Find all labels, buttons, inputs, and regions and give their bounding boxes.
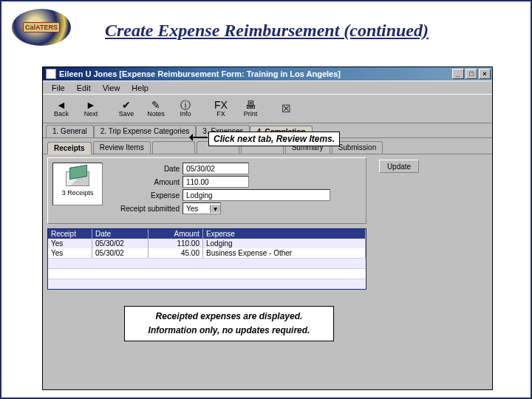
subtab-3[interactable]	[152, 141, 195, 154]
toolbar: ◄Back ►Next ✔Save ✎Notes ⓘInfo FXFX 🖶Pri…	[43, 94, 492, 123]
info-callout-line2: Information only, no updates required.	[131, 324, 327, 338]
page-title: Create Expense Reimbursement (continued)	[105, 21, 429, 41]
grid-row-empty	[48, 268, 366, 279]
envelope-icon	[66, 171, 89, 186]
menu-help[interactable]: Help	[127, 83, 153, 93]
subtab-receipts[interactable]: Receipts	[47, 142, 92, 154]
date-input[interactable]: 05/30/02	[183, 163, 249, 174]
menu-view[interactable]: View	[98, 83, 125, 93]
back-button[interactable]: ◄Back	[47, 96, 75, 121]
receipt-submitted-select[interactable]: Yes ▾	[183, 202, 221, 214]
save-icon: ✔	[122, 100, 131, 110]
print-icon: 🖶	[245, 100, 256, 110]
menu-edit[interactable]: Edit	[72, 83, 95, 93]
document-icon	[46, 69, 56, 79]
info-callout-line1: Receipted expenses are displayed.	[131, 310, 327, 324]
logo-text: CalATERS	[23, 22, 60, 33]
back-icon: ◄	[56, 100, 66, 110]
date-label: Date	[109, 165, 180, 173]
grid-row[interactable]: Yes 05/30/02 45.00 Business Expense - Ot…	[48, 248, 366, 258]
receipts-grid: Receipt Date Amount Expense Yes 05/30/02…	[47, 228, 366, 290]
calaters-logo: CalATERS	[12, 9, 71, 46]
minimize-button[interactable]: _	[452, 69, 464, 79]
close-button[interactable]: ×	[479, 69, 491, 79]
expense-label: Expense	[109, 191, 180, 200]
tab-trip-expense-categories[interactable]: 2. Trip Expense Categories	[94, 125, 197, 137]
receipt-form-panel: 3 Receipts Date 05/30/02 Amount 110.00 E…	[47, 157, 366, 224]
menubar: File Edit View Help	[43, 81, 492, 94]
info-icon: ⓘ	[180, 100, 191, 110]
save-button[interactable]: ✔Save	[112, 96, 140, 121]
app-window: Eileen U Jones [Expense Reimbursement Fo…	[42, 66, 493, 390]
grid-header: Receipt Date Amount Expense	[48, 229, 366, 239]
menu-file[interactable]: File	[47, 83, 69, 93]
grid-body: Yes 05/30/02 110.00 Lodging Yes 05/30/02…	[48, 239, 366, 289]
grid-row[interactable]: Yes 05/30/02 110.00 Lodging	[48, 239, 366, 248]
grid-row-empty	[48, 279, 366, 289]
next-button[interactable]: ►Next	[77, 96, 105, 121]
receipt-submitted-value: Yes	[186, 205, 198, 213]
notes-button[interactable]: ✎Notes	[142, 96, 170, 121]
window-controls: _ □ ×	[452, 69, 491, 79]
subtab-review-items[interactable]: Review Items	[93, 141, 151, 154]
amount-label: Amount	[109, 178, 180, 186]
maximize-button[interactable]: □	[466, 69, 477, 79]
fx-button[interactable]: FXFX	[207, 96, 235, 121]
col-receipt[interactable]: Receipt	[48, 229, 92, 239]
chevron-down-icon: ▾	[210, 205, 220, 213]
update-button[interactable]: Update	[379, 160, 419, 173]
tab-general[interactable]: 1. General	[46, 125, 94, 137]
info-callout: Receipted expenses are displayed. Inform…	[124, 306, 334, 341]
next-icon: ►	[86, 100, 96, 110]
fx-icon: FX	[214, 100, 228, 110]
receipt-submitted-label: Receipt submitted	[109, 205, 180, 213]
window-titlebar: Eileen U Jones [Expense Reimbursement Fo…	[43, 67, 492, 81]
receipts-count-box[interactable]: 3 Receipts	[52, 163, 103, 205]
col-date[interactable]: Date	[92, 229, 149, 239]
col-amount[interactable]: Amount	[149, 229, 203, 239]
next-tab-callout: Click next tab, Review Items.	[208, 132, 340, 146]
amount-input[interactable]: 110.00	[183, 176, 249, 188]
expense-input[interactable]: Lodging	[183, 189, 330, 201]
check-button[interactable]: ☒	[272, 96, 300, 121]
check-icon: ☒	[282, 103, 291, 114]
grid-row-empty	[48, 258, 366, 268]
form-fields: Date 05/30/02 Amount 110.00 Expense Lodg…	[109, 163, 361, 219]
receipts-count-label: 3 Receipts	[62, 189, 94, 197]
col-expense[interactable]: Expense	[203, 229, 366, 239]
notes-icon: ✎	[151, 100, 160, 110]
window-title: Eileen U Jones [Expense Reimbursement Fo…	[59, 69, 452, 78]
info-button[interactable]: ⓘInfo	[171, 96, 200, 121]
print-button[interactable]: 🖶Print	[236, 96, 265, 121]
